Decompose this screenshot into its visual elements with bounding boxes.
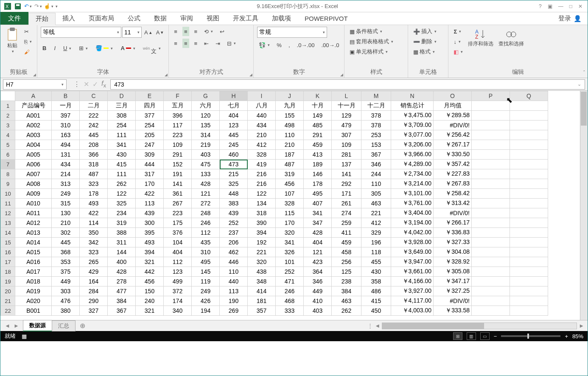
cell[interactable]: 269	[220, 306, 248, 316]
cell[interactable]: B001	[15, 306, 52, 316]
cell[interactable]	[510, 199, 548, 208]
insert-cells-button[interactable]: ➕插入▾	[412, 27, 438, 36]
cell[interactable]: 303	[52, 286, 80, 296]
cell[interactable]	[510, 306, 548, 316]
cell[interactable]: ￥3,947.00	[391, 257, 434, 267]
cell[interactable]: 112	[164, 257, 192, 267]
row-header[interactable]: 9	[1, 179, 15, 189]
cell[interactable]: ￥3,761.00	[391, 199, 434, 208]
cell[interactable]: A012	[15, 218, 52, 228]
cell[interactable]: ￥336.83	[434, 228, 472, 238]
cell[interactable]: 458	[332, 247, 361, 257]
hscroll-right-icon[interactable]: ►	[579, 323, 584, 329]
cancel-fx-icon[interactable]: ✕	[84, 80, 89, 88]
paste-button[interactable]: 粘贴▾	[4, 27, 21, 54]
cell[interactable]: 397	[52, 111, 80, 121]
maximize-icon[interactable]: □	[569, 3, 572, 9]
header-cell[interactable]: 五月	[164, 101, 192, 111]
cell[interactable]: 110	[276, 130, 304, 140]
qat-more-icon[interactable]: ▾	[56, 4, 58, 8]
align-middle-icon[interactable]: ≡	[182, 27, 189, 36]
cell[interactable]: 181	[248, 296, 276, 306]
cell[interactable]: ￥267.17	[434, 140, 472, 150]
font-launcher-icon[interactable]: ◢	[165, 73, 168, 77]
cell[interactable]: 428	[304, 228, 332, 238]
cell[interactable]: 249	[52, 189, 80, 199]
cell[interactable]: 104	[164, 238, 192, 247]
touch-icon[interactable]: ☝▾	[45, 3, 52, 10]
cell[interactable]: 311	[108, 238, 136, 247]
format-painter-button[interactable]: 🖌	[22, 47, 34, 56]
cell[interactable]: 242	[80, 121, 108, 130]
row-header[interactable]: 19	[1, 277, 15, 286]
cell[interactable]	[472, 140, 510, 150]
align-left-icon[interactable]: ≡	[172, 39, 179, 48]
cell[interactable]	[510, 228, 548, 238]
increase-font-icon[interactable]: A▴	[143, 28, 154, 37]
cell[interactable]: 150	[136, 286, 164, 296]
col-header[interactable]: P	[472, 91, 510, 101]
cell[interactable]: 426	[192, 296, 220, 306]
cell[interactable]: A017	[15, 267, 52, 277]
cell[interactable]: A006	[15, 160, 52, 169]
cell[interactable]: 305	[361, 189, 391, 199]
orientation-icon[interactable]: ⟲▾	[202, 27, 215, 36]
col-header[interactable]: O	[434, 91, 472, 101]
cell[interactable]: 323	[80, 179, 108, 189]
macro-icon[interactable]: ▦	[22, 333, 27, 340]
cell[interactable]: 419	[248, 160, 276, 169]
cell[interactable]: 310	[52, 121, 80, 130]
cell[interactable]: 463	[332, 296, 361, 306]
cell[interactable]: 131	[52, 150, 80, 160]
cell[interactable]: 205	[136, 130, 164, 140]
tab-formula[interactable]: 公式	[121, 12, 147, 25]
cell[interactable]: ￥328.92	[434, 257, 472, 267]
cell[interactable]: 428	[192, 179, 220, 189]
tab-view[interactable]: 视图	[200, 12, 226, 25]
cell[interactable]: #DIV/0!	[434, 296, 472, 306]
cell[interactable]: 145	[192, 267, 220, 277]
formula-bar[interactable]: 473⌄	[110, 79, 585, 90]
enter-fx-icon[interactable]: ✓	[92, 80, 98, 88]
cell[interactable]: 133	[192, 169, 220, 179]
cell[interactable]: A013	[15, 228, 52, 238]
tab-addin[interactable]: 加载项	[265, 12, 298, 25]
help-icon[interactable]: ?	[539, 3, 542, 9]
cell[interactable]: 115	[276, 208, 304, 218]
row-header[interactable]: 1	[1, 101, 15, 111]
row-header[interactable]: 17	[1, 257, 15, 267]
cell[interactable]: 122	[108, 189, 136, 199]
cell[interactable]: A002	[15, 121, 52, 130]
cell[interactable]: 137	[332, 160, 361, 169]
cell[interactable]: 376	[164, 228, 192, 238]
cell[interactable]: 494	[52, 140, 80, 150]
cell[interactable]: 341	[108, 140, 136, 150]
col-header[interactable]: N	[391, 91, 434, 101]
cell[interactable]: 487	[80, 169, 108, 179]
cell[interactable]: ￥4,289.00	[391, 160, 434, 169]
cell[interactable]: 403	[192, 150, 220, 160]
cell[interactable]: A007	[15, 169, 52, 179]
cell[interactable]: 318	[80, 160, 108, 169]
cell[interactable]: 146	[304, 169, 332, 179]
cell[interactable]: 101	[276, 257, 304, 267]
find-select-button[interactable]: 查找和选择	[497, 27, 526, 48]
horizontal-scrollbar[interactable]	[382, 323, 577, 329]
cell[interactable]: 479	[332, 121, 361, 130]
cell[interactable]: 422	[136, 189, 164, 199]
cell[interactable]: 149	[304, 111, 332, 121]
cell[interactable]: 353	[52, 257, 80, 267]
cell[interactable]: 477	[108, 286, 136, 296]
cell[interactable]: 175	[164, 218, 192, 228]
cell[interactable]	[510, 238, 548, 247]
cell[interactable]: 435	[192, 238, 220, 247]
cell[interactable]: 498	[276, 121, 304, 130]
cell[interactable]	[472, 121, 510, 130]
cell[interactable]: ￥4,166.00	[391, 277, 434, 286]
cell[interactable]: 493	[136, 238, 164, 247]
cell[interactable]: 444	[136, 160, 164, 169]
cell[interactable]: 210	[276, 140, 304, 150]
cell[interactable]: ￥289.58	[434, 111, 472, 121]
cell[interactable]: 123	[220, 121, 248, 130]
cell[interactable]: A010	[15, 199, 52, 208]
